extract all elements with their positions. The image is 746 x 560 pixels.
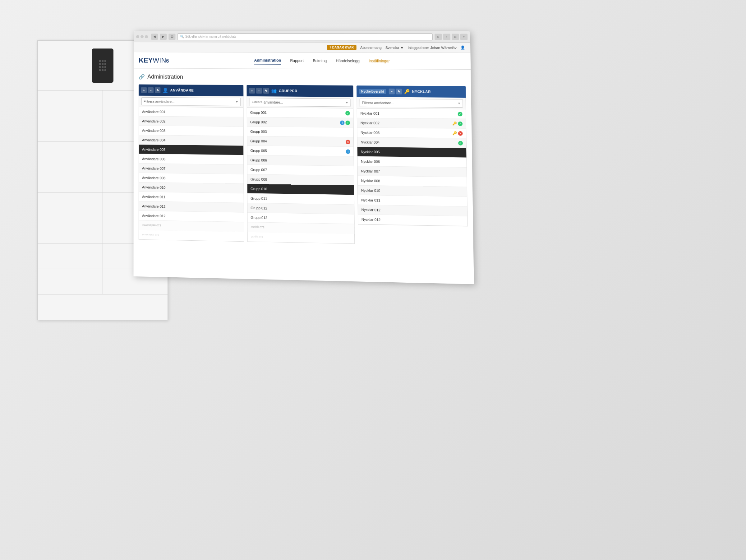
users-edit-button[interactable]: ✎ [155,87,161,93]
groups-header: + − ✎ 👥 GRUPPER [247,85,353,97]
users-add-button[interactable]: + [141,87,147,93]
groups-column: + − ✎ 👥 GRUPPER Filtrera användare... ▼ … [247,85,355,244]
group-item-label: Grupp 001 [250,110,267,114]
list-item[interactable]: Grupp 005 i [247,146,354,157]
status-blue-icon: i [346,149,351,154]
nav-item-bokning[interactable]: Bokning [313,57,327,64]
list-item[interactable]: Användare 003 [139,125,243,136]
list-item[interactable]: Användare 001 [139,107,243,117]
keys-label: NYCKLAR [412,89,431,93]
groups-filter-text: Filtrera användare... [252,100,283,104]
page-title: 🔗 Administration [139,74,466,81]
list-item[interactable]: Nycklar 008 [358,176,467,187]
nav-restore-button[interactable]: ⊡ [169,34,175,40]
list-item[interactable]: Användare 007 [139,164,243,174]
list-item[interactable]: Nycklar 012 [358,215,467,226]
status-red-icon: ✕ [346,140,350,144]
keys-icon: 🔑 [404,89,410,94]
chrome-dot-red [136,35,139,38]
nav-forward-button[interactable]: ▶ [160,34,167,40]
list-item[interactable]: Nycklar 007 [358,166,467,177]
group-item-label: Grupp 005 [250,149,267,153]
user-icon: 👤 [460,46,465,50]
browser-chrome: ◀ ▶ ⊡ 🔍 Sök eller skriv in namn på webbp… [134,31,470,43]
list-item[interactable]: Nycklar 004 ✓ [357,137,466,148]
user-info: Inloggad som Johan Wärnelöv [407,46,456,50]
list-item[interactable]: Grupp 006 [247,155,354,166]
groups-remove-button[interactable]: − [256,88,262,93]
chrome-action-btn-4[interactable]: + [460,34,468,40]
key-item-label: Nycklar 004 [361,140,379,144]
chrome-actions: ⊙ ↑ ⊞ + [434,34,467,40]
groups-edit-button[interactable]: ✎ [263,88,269,93]
list-item[interactable]: Nycklar 005 [357,147,466,158]
nyckeloverikt-badge[interactable]: Nyckelöversikt [359,89,386,94]
language-selector[interactable]: Svenska ▼ [385,46,404,50]
list-item[interactable]: Nycklar 002 🔑 ✓ [357,118,466,129]
chrome-dot-green [145,35,148,38]
groups-list: Grupp 001 ✓ Grupp 002 i ✓ Grupp 003 [247,108,355,244]
list-item[interactable]: Användare 015 [139,230,244,241]
list-item[interactable]: Grupp 004 ✕ [247,136,354,147]
nav-item-rapport[interactable]: Rapport [290,57,304,64]
status-blue-icon: i [340,120,345,125]
nav-item-administration[interactable]: Administration [254,57,281,65]
page-title-text: Administration [147,74,183,80]
subscription-link[interactable]: Abonnemang [360,46,382,49]
chrome-dots [136,35,148,38]
nav-items: Administration Rapport Bokning Händelsel… [181,57,465,65]
list-item[interactable]: Grupp 010 [248,184,354,195]
address-bar-text: Sök eller skriv in namn på webbplats [185,35,236,38]
keys-column: Nyckelöversikt − ✎ 🔑 NYCKLAR Filtrera an… [356,85,468,246]
nav-item-handelselogg[interactable]: Händelselogg [336,57,360,64]
users-column: + − ✎ 👤 ANVÄNDARE Filtrera användare... … [139,84,244,242]
users-remove-button[interactable]: − [148,87,153,93]
list-item[interactable]: Nycklar 001 ✓ [357,109,466,119]
keys-filter-select[interactable]: Filtrera användare... ▼ [360,99,463,108]
chrome-action-btn-3[interactable]: ⊞ [452,34,459,40]
users-label: ANVÄNDARE [170,88,194,92]
chrome-action-btn-1[interactable]: ⊙ [434,34,442,40]
list-item[interactable]: Grupp 003 [247,127,354,137]
key-item-label: Nycklar 003 [361,131,379,135]
keys-remove-button[interactable]: − [389,89,395,94]
list-item[interactable]: Grupp 008 [247,174,354,186]
groups-filter-select[interactable]: Filtrera användare... ▼ [249,97,351,107]
list-item[interactable]: Grupp 015 [248,232,354,244]
list-item[interactable]: Grupp 007 [247,165,354,176]
columns-container: + − ✎ 👤 ANVÄNDARE Filtrera användare... … [139,84,468,246]
list-item[interactable]: Användare 004 [139,135,243,146]
users-icon: 👤 [163,88,168,93]
status-green-icon: ✓ [458,141,463,145]
logo[interactable]: KEYWIN6 [139,56,169,64]
list-item[interactable]: Grupp 002 i ✓ [247,117,354,128]
groups-label: GRUPPER [279,89,297,93]
status-green-icon: ✓ [458,112,462,116]
trial-badge: 7 DAGAR KVAR [327,45,356,50]
list-item[interactable]: Användare 005 [139,145,243,155]
nav-back-button[interactable]: ◀ [151,34,158,40]
groups-add-button[interactable]: + [249,88,255,93]
main-nav: KEYWIN6 Administration Rapport Bokning H… [134,52,470,69]
list-item[interactable]: Användare 010 [139,183,244,194]
status-green-icon: ✓ [458,121,462,126]
groups-filter-bar: Filtrera användare... ▼ [247,96,353,109]
users-filter-select[interactable]: Filtrera användare... ▼ [141,97,240,106]
status-green-icon: ✓ [345,111,350,115]
list-item[interactable]: Användare 006 [139,154,243,165]
nav-item-installningar[interactable]: Inställningar [369,57,390,64]
page-content: 🔗 Administration + − ✎ 👤 ANVÄNDARE Filtr… [134,68,474,251]
list-item[interactable]: Användare 002 [139,116,243,127]
list-item[interactable]: Användare 008 [139,173,243,184]
chrome-action-btn-2[interactable]: ↑ [443,34,451,40]
list-item[interactable]: Nycklar 006 [358,157,466,167]
browser-window: ◀ ▶ ⊡ 🔍 Sök eller skriv in namn på webbp… [134,31,474,284]
group-item-label: Grupp 002 [250,120,267,124]
keys-edit-button[interactable]: ✎ [396,89,402,94]
list-item[interactable]: Grupp 001 ✓ [247,108,353,118]
keys-list: Nycklar 001 ✓ Nycklar 002 🔑 ✓ Nycklar [357,109,468,226]
key-icon: 🔑 [452,121,457,126]
list-item[interactable]: Nycklar 003 🔑 ✕ [357,128,466,138]
address-bar[interactable]: 🔍 Sök eller skriv in namn på webbplats [177,33,433,40]
groups-filter-arrow: ▼ [345,101,348,104]
